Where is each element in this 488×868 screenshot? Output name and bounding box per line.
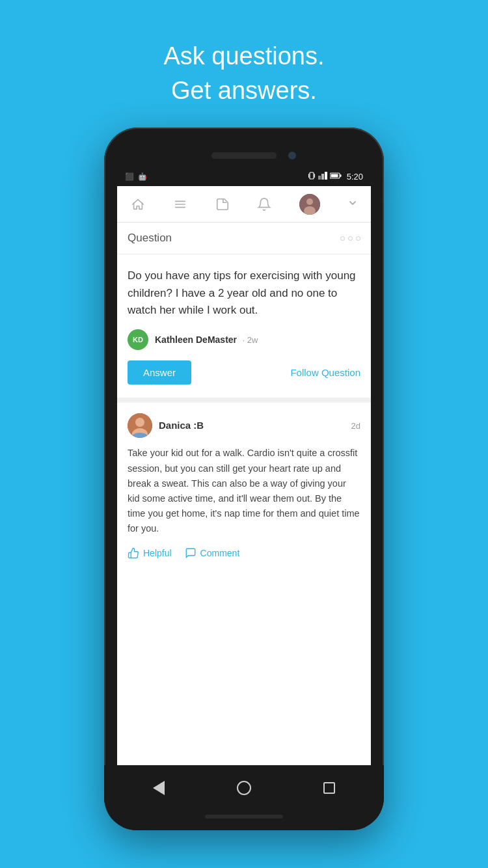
question-author-row: KD Kathleen DeMaster · 2w (128, 329, 360, 350)
back-icon (153, 781, 165, 795)
comment-button[interactable]: Comment (185, 547, 240, 559)
svg-point-13 (306, 198, 313, 205)
phone-shell: ⬛ 🤖 (104, 128, 384, 830)
author-avatar-kd: KD (128, 329, 148, 350)
phone-camera (288, 152, 296, 159)
nav-bell-icon[interactable] (257, 197, 271, 211)
answer-footer: Helpful Comment (128, 547, 360, 559)
svg-rect-8 (331, 174, 338, 178)
phone-bottom-navbar (117, 765, 371, 811)
hero-section: Ask questions. Get answers. (163, 39, 324, 108)
svg-marker-5 (325, 172, 327, 180)
svg-marker-4 (321, 174, 324, 180)
answer-time: 2d (351, 421, 360, 431)
back-button[interactable] (153, 781, 165, 795)
svg-rect-0 (310, 172, 314, 179)
svg-marker-3 (318, 176, 321, 180)
nav-dropdown-icon[interactable] (348, 198, 357, 210)
vibrate-icon (308, 171, 316, 182)
section-divider (117, 398, 371, 403)
home-button[interactable] (237, 781, 251, 795)
answer-header: Danica :B 2d (128, 413, 360, 438)
nav-home-icon[interactable] (131, 197, 145, 211)
svg-rect-7 (340, 174, 341, 177)
hero-line2: Get answers. (171, 77, 317, 104)
nav-avatar[interactable] (299, 194, 320, 215)
hero-line1: Ask questions. (163, 42, 324, 70)
nav-avatar-image (299, 194, 320, 215)
question-header: Question (117, 223, 371, 254)
phone-speaker-bottom (205, 815, 283, 819)
answer-text: Take your kid out for a walk. Cardio isn… (128, 446, 360, 536)
answer-avatar (128, 413, 152, 438)
dot-2 (348, 236, 353, 241)
recents-icon (323, 782, 335, 794)
follow-question-button[interactable]: Follow Question (290, 367, 360, 378)
image-status-icon: ⬛ (125, 172, 134, 181)
author-initials: KD (133, 336, 143, 344)
answer-author-name: Danica :B (159, 420, 204, 431)
author-time: · 2w (243, 335, 258, 345)
app-navbar (117, 186, 371, 223)
recents-button[interactable] (323, 782, 335, 794)
android-status-icon: 🤖 (138, 172, 147, 181)
status-bar: ⬛ 🤖 (117, 167, 371, 186)
phone-bottom-area (104, 765, 384, 830)
question-dots-menu[interactable] (340, 236, 360, 241)
author-name: Kathleen DeMaster (155, 334, 237, 345)
status-time: 5:20 (347, 172, 363, 182)
battery-icon (330, 172, 342, 181)
home-icon (237, 781, 251, 795)
question-text: Do you have any tips for exercising with… (128, 267, 360, 319)
question-actions: Answer Follow Question (128, 360, 360, 387)
comment-label: Comment (200, 548, 240, 558)
answer-avatar-image (128, 413, 152, 438)
svg-rect-1 (308, 174, 309, 178)
question-content: Do you have any tips for exercising with… (117, 254, 371, 398)
svg-rect-2 (314, 174, 315, 178)
dot-1 (340, 236, 345, 241)
svg-point-16 (135, 418, 144, 427)
nav-list-icon[interactable] (173, 197, 187, 211)
helpful-button[interactable]: Helpful (128, 547, 172, 559)
dot-3 (356, 236, 360, 241)
phone-earpiece (211, 152, 277, 159)
status-bar-right: 5:20 (308, 171, 363, 182)
answer-author-row: Danica :B (128, 413, 204, 438)
answer-author-info: Danica :B (159, 420, 204, 431)
answer-button[interactable]: Answer (128, 360, 191, 385)
author-info: Kathleen DeMaster · 2w (155, 334, 258, 346)
nav-bookmark-icon[interactable] (215, 197, 230, 211)
signal-icon (318, 172, 327, 181)
question-header-title: Question (128, 232, 172, 245)
helpful-label: Helpful (143, 548, 172, 558)
phone-screen: ⬛ 🤖 (117, 167, 371, 765)
answer-section: Danica :B 2d Take your kid out for a wal… (117, 403, 371, 765)
status-bar-left: ⬛ 🤖 (125, 172, 147, 181)
